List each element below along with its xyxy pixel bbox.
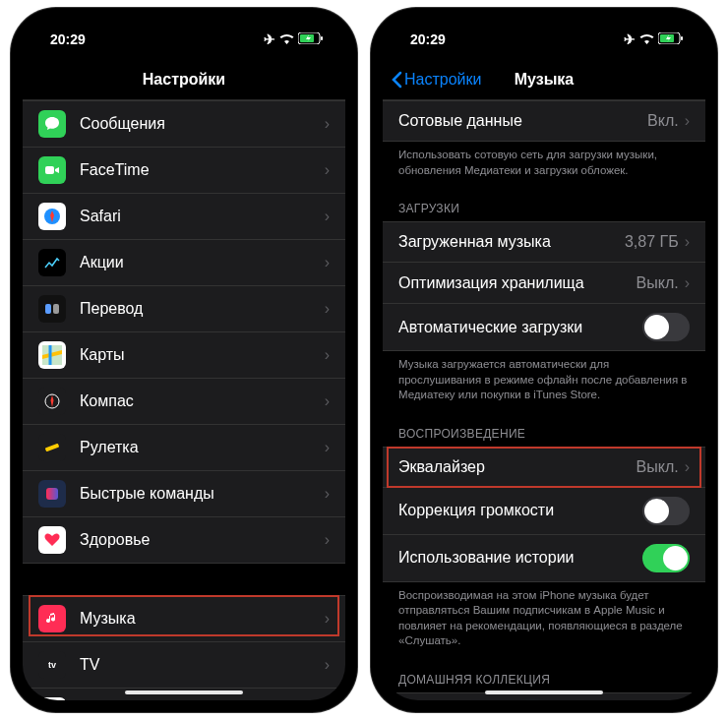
equalizer-row[interactable]: Эквалайзер Выкл. ›	[383, 447, 705, 488]
cell-value: Выкл.	[637, 274, 679, 292]
page-title: Настройки	[143, 71, 225, 89]
auto-downloads-row: Автоматические загрузки	[383, 304, 705, 351]
sound-check-toggle[interactable]	[642, 497, 690, 525]
svg-rect-2	[321, 36, 323, 40]
translate-icon	[38, 295, 66, 323]
cell-label: Загруженная музыка	[398, 233, 625, 251]
cell-value: Выкл.	[637, 458, 679, 476]
home-indicator[interactable]	[125, 690, 243, 694]
settings-row-compass[interactable]: Safari›	[23, 194, 345, 240]
chevron-right-icon: ›	[685, 274, 690, 292]
chevron-right-icon: ›	[325, 115, 330, 133]
cell-label: FaceTime	[80, 161, 325, 179]
bubble-icon	[38, 110, 66, 138]
phone-right: 20:29 ✈︎ Настройки Музыка Сотовые данные…	[371, 8, 717, 712]
auto-downloads-toggle[interactable]	[642, 313, 690, 341]
shortcuts-icon	[38, 480, 66, 508]
content-right[interactable]: Сотовые данные Вкл. › Использовать сотов…	[383, 100, 705, 700]
chevron-right-icon: ›	[325, 531, 330, 549]
airplane-icon: ✈︎	[264, 31, 275, 47]
settings-row-stocks[interactable]: Акции›	[23, 240, 345, 286]
chevron-right-icon: ›	[325, 346, 330, 364]
svg-rect-23	[681, 36, 683, 40]
compass2-icon	[38, 388, 66, 415]
cell-value: Вкл.	[647, 112, 679, 130]
tv-icon: tv	[38, 651, 66, 679]
chevron-right-icon: ›	[325, 392, 330, 410]
section-spacer	[23, 564, 345, 595]
compass-icon	[38, 203, 66, 230]
chevron-right-icon: ›	[325, 439, 330, 456]
svg-rect-3	[45, 166, 54, 174]
settings-row-video[interactable]: FaceTime›	[23, 148, 345, 194]
svg-rect-5	[45, 304, 51, 314]
measure-icon	[38, 434, 66, 461]
stocks-icon	[38, 249, 66, 276]
music-icon	[38, 605, 66, 632]
status-icons: ✈︎	[624, 31, 684, 47]
chevron-right-icon: ›	[325, 208, 330, 225]
cell-label: Safari	[80, 208, 325, 225]
settings-row-maps[interactable]: Карты›	[23, 332, 345, 379]
settings-row-compass2[interactable]: Компас›	[23, 379, 345, 425]
status-icons: ✈︎	[264, 31, 324, 47]
content-left[interactable]: Сообщения›FaceTime›Safari›Акции›Перевод›…	[23, 100, 345, 700]
settings-row-health[interactable]: Здоровье›	[23, 517, 345, 564]
wifi-icon	[279, 31, 294, 47]
downloads-footer: Музыка загружается автоматически для про…	[383, 351, 705, 413]
phone-left: 20:29 ✈︎ Настройки Сообщения›FaceTime›Sa…	[11, 8, 357, 712]
svg-rect-9	[45, 444, 60, 452]
cell-label: Сотовые данные	[398, 112, 647, 130]
cell-label: Использование истории	[398, 549, 642, 567]
notch	[105, 8, 263, 33]
chevron-right-icon: ›	[685, 233, 690, 251]
sound-check-row: Коррекция громкости	[383, 488, 705, 535]
chevron-right-icon: ›	[325, 485, 330, 503]
notch	[465, 8, 623, 33]
video-icon	[38, 156, 66, 184]
cell-label: Акции	[80, 254, 325, 271]
airplane-icon: ✈︎	[624, 31, 636, 47]
cell-label: Эквалайзер	[398, 458, 637, 476]
settings-row-bubble[interactable]: Сообщения›	[23, 100, 345, 148]
nav-bar: Настройки	[23, 59, 345, 100]
back-label: Настройки	[404, 71, 481, 89]
cell-label: Быстрые команды	[80, 485, 325, 503]
chevron-right-icon: ›	[325, 254, 330, 271]
wifi-icon	[639, 31, 654, 47]
downloads-header: ЗАГРУЗКИ	[383, 188, 705, 221]
chevron-right-icon: ›	[325, 610, 330, 628]
settings-row-tv[interactable]: tvTV›	[23, 642, 345, 689]
chevron-right-icon: ›	[685, 458, 690, 476]
playback-footer: Воспроизводимая на этом iPhone музыка бу…	[383, 582, 705, 659]
battery-icon	[298, 31, 324, 47]
use-history-toggle[interactable]	[642, 544, 690, 572]
cell-label: Оптимизация хранилища	[398, 274, 637, 292]
settings-row-music[interactable]: Музыка›	[23, 595, 345, 642]
cell-label: Компас	[80, 392, 325, 410]
cell-value: 3,87 ГБ	[625, 233, 679, 251]
screen-left: 20:29 ✈︎ Настройки Сообщения›FaceTime›Sa…	[23, 20, 345, 700]
nav-bar: Настройки Музыка	[383, 59, 705, 100]
settings-row-translate[interactable]: Перевод›	[23, 286, 345, 332]
downloaded-music-row[interactable]: Загруженная музыка 3,87 ГБ ›	[383, 221, 705, 263]
health-icon	[38, 526, 66, 554]
cellular-footer: Использовать сотовую сеть для загрузки м…	[383, 142, 705, 188]
cellular-data-row[interactable]: Сотовые данные Вкл. ›	[383, 100, 705, 142]
home-sharing-header: ДОМАШНЯЯ КОЛЛЕКЦИЯ	[383, 659, 705, 692]
settings-row-shortcuts[interactable]: Быстрые команды›	[23, 471, 345, 517]
cell-label: TV	[80, 656, 325, 674]
cell-label: Карты	[80, 346, 325, 364]
home-indicator[interactable]	[485, 690, 603, 694]
maps-icon	[38, 341, 66, 369]
cell-label: Автоматические загрузки	[398, 319, 642, 336]
cell-label: Рулетка	[80, 439, 325, 456]
svg-rect-10	[46, 488, 58, 500]
settings-row-measure[interactable]: Рулетка›	[23, 425, 345, 471]
photos-icon	[38, 697, 66, 700]
playback-header: ВОСПРОИЗВЕДЕНИЕ	[383, 413, 705, 447]
use-history-row: Использование истории	[383, 535, 705, 582]
back-button[interactable]: Настройки	[391, 71, 481, 89]
chevron-right-icon: ›	[325, 161, 330, 179]
optimize-storage-row[interactable]: Оптимизация хранилища Выкл. ›	[383, 263, 705, 304]
